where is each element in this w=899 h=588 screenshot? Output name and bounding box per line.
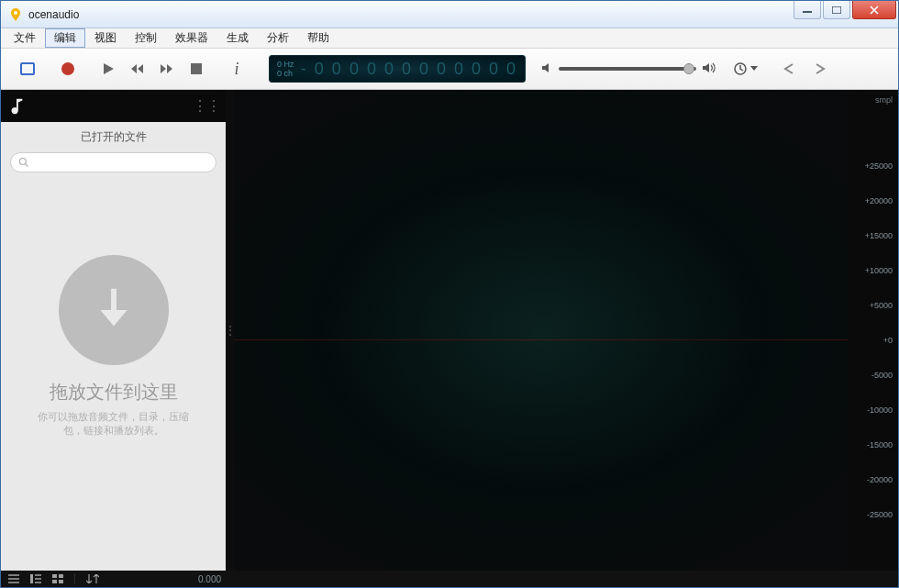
view-grid-button[interactable]: [52, 574, 63, 583]
scale-tick: -10000: [867, 405, 893, 415]
scale-tick: +10000: [865, 266, 893, 275]
drop-area[interactable]: 拖放文件到这里 你可以拖放音频文件，目录，压缩包，链接和播放列表。: [31, 255, 196, 438]
volume-control: [540, 61, 716, 77]
menu-effects[interactable]: 效果器: [166, 28, 217, 48]
app-window: ocenaudio 文件 编辑 视图 控制 效果器 生成 分析 帮助: [0, 0, 899, 588]
stop-button[interactable]: [183, 55, 210, 83]
lcd-channels: 0 ch: [277, 69, 294, 78]
sidebar-resizer[interactable]: ⋮: [226, 90, 235, 571]
menu-help[interactable]: 帮助: [298, 28, 339, 48]
lcd-counter: - 0 0 0 0 0 0 0 0 0 0 0 0: [294, 60, 517, 79]
sidebar-header: ⋮⋮: [1, 90, 226, 122]
scale-tick: -5000: [871, 371, 893, 380]
drop-icon: [59, 255, 169, 365]
waveform-view[interactable]: [235, 90, 848, 571]
record-button[interactable]: [54, 55, 82, 83]
transport-display: 0 Hz 0 ch - 0 0 0 0 0 0 0 0 0 0 0 0: [269, 55, 526, 83]
svg-rect-3: [21, 63, 34, 74]
scale-tick: -15000: [867, 440, 893, 449]
scale-tick: -25000: [867, 510, 893, 519]
scale-tick: +0: [883, 336, 893, 345]
scale-tick: +20000: [865, 196, 893, 205]
app-title: ocenaudio: [28, 8, 79, 21]
volume-low-icon: [540, 61, 553, 77]
volume-high-icon: [702, 61, 716, 77]
drop-subtitle: 你可以拖放音频文件，目录，压缩包，链接和播放列表。: [31, 410, 196, 438]
status-bar: 0.000: [1, 571, 898, 587]
menu-view[interactable]: 视图: [85, 28, 126, 48]
lcd-hz: 0 Hz: [277, 60, 294, 69]
search-icon: [18, 157, 29, 168]
nav-forward-button[interactable]: [805, 55, 833, 83]
svg-rect-7: [30, 574, 33, 583]
menu-bar: 文件 编辑 视图 控制 效果器 生成 分析 帮助: [1, 28, 898, 49]
drop-title: 拖放文件到这里: [50, 380, 178, 405]
view-detail-button[interactable]: [30, 574, 41, 583]
title-bar: ocenaudio: [1, 1, 898, 28]
sort-button[interactable]: [86, 574, 99, 583]
svg-rect-8: [52, 574, 57, 578]
svg-point-6: [19, 159, 26, 165]
sidebar-grip[interactable]: ⋮⋮: [193, 97, 220, 115]
menu-analyze[interactable]: 分析: [258, 28, 298, 48]
view-list-button[interactable]: [8, 574, 19, 583]
search-box[interactable]: [10, 152, 216, 172]
minimize-button[interactable]: [794, 1, 821, 19]
menu-edit[interactable]: 编辑: [45, 28, 85, 48]
files-panel-title: 已打开的文件: [81, 129, 147, 145]
playhead-position: 0.000: [198, 574, 221, 584]
volume-slider[interactable]: [559, 67, 696, 71]
stop-monitor-button[interactable]: [14, 55, 41, 83]
app-icon: [8, 7, 23, 22]
forward-button[interactable]: [153, 55, 181, 83]
svg-rect-9: [59, 574, 63, 578]
history-button[interactable]: [733, 61, 758, 76]
svg-point-0: [14, 11, 17, 15]
scale-tick: +15000: [865, 231, 893, 240]
waveform-zero-line: [235, 339, 848, 340]
scale-unit-label: smpl: [875, 95, 893, 105]
files-panel: 已打开的文件 拖放文件到这里 你可以拖放音频文件，目录，压缩包，链接和播放列表。: [1, 122, 226, 571]
chevron-down-icon: [750, 66, 758, 72]
search-input[interactable]: [35, 157, 208, 168]
svg-rect-10: [52, 580, 57, 583]
close-button[interactable]: [852, 1, 896, 19]
play-button[interactable]: [94, 55, 122, 83]
menu-control[interactable]: 控制: [126, 28, 166, 48]
scale-tick: +25000: [865, 161, 893, 171]
scale-tick: -20000: [867, 475, 893, 484]
svg-rect-1: [803, 11, 812, 13]
rewind-button[interactable]: [124, 55, 151, 83]
note-icon: [6, 96, 27, 116]
scale-tick: +5000: [870, 301, 893, 310]
svg-rect-4: [191, 63, 202, 74]
menu-file[interactable]: 文件: [5, 28, 45, 48]
workspace: ⋮⋮ 已打开的文件 拖放文件到这里 你可以拖放音频文件，目录，压缩包，链接和播放…: [1, 90, 898, 587]
toolbar: i 0 Hz 0 ch - 0 0 0 0 0 0 0 0 0 0 0 0: [1, 49, 898, 90]
volume-knob[interactable]: [683, 63, 694, 74]
nav-back-button[interactable]: [776, 55, 804, 83]
svg-rect-11: [59, 580, 63, 583]
svg-rect-2: [832, 6, 841, 14]
maximize-button[interactable]: [823, 1, 850, 19]
info-button[interactable]: i: [223, 55, 250, 83]
sidebar: ⋮⋮ 已打开的文件 拖放文件到这里 你可以拖放音频文件，目录，压缩包，链接和播放…: [1, 90, 226, 571]
amplitude-scale: smpl +25000 +20000 +15000 +10000 +5000 +…: [848, 90, 898, 571]
menu-generate[interactable]: 生成: [217, 28, 258, 48]
